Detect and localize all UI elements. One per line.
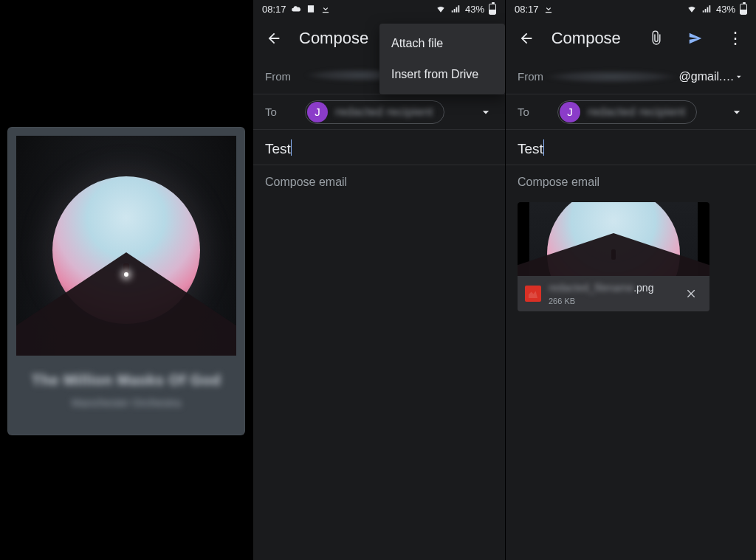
recipient-avatar: J [307,102,328,122]
recipient-chip[interactable]: J redacted recipient [557,100,697,124]
app-bar: Compose ⋮ [506,18,756,59]
menu-insert-from-drive[interactable]: Insert from Drive [379,59,505,90]
paperclip-icon [648,30,664,46]
subject-input[interactable]: Test [265,141,291,156]
to-label: To [518,106,557,118]
send-button[interactable] [681,24,711,53]
back-button[interactable] [259,24,289,53]
from-label: From [518,70,545,83]
from-address-blurred [545,70,678,83]
body-placeholder[interactable]: Compose email [506,165,756,199]
attach-button[interactable] [642,24,671,53]
recipient-chip[interactable]: J redacted recipient [305,100,444,124]
status-battery-text: 43% [465,4,484,15]
image-icon [306,4,316,14]
from-address-suffix: @gmail.… [679,70,735,83]
battery-icon [740,3,747,15]
menu-attach-file[interactable]: Attach file [379,28,505,59]
to-row[interactable]: To J redacted recipient [506,94,756,130]
signal-icon [450,4,461,14]
chevron-down-icon[interactable] [478,105,493,120]
arrow-left-icon [266,30,282,46]
wifi-icon [687,4,697,14]
compose-screen-attach-menu: 08:17 43% Compose From To [252,0,505,560]
compose-screen-with-attachment: 08:17 43% Compose ⋮ [505,0,756,560]
from-label: From [265,70,305,83]
download-icon [543,4,554,14]
from-row[interactable]: From @gmail.… [506,59,756,94]
chevron-down-icon[interactable] [734,69,744,84]
attach-menu: Attach file Insert from Drive [379,24,505,94]
more-vertical-icon: ⋮ [727,30,743,46]
close-icon [686,288,698,300]
attachment-card[interactable]: redacted_filename.png 266 KB [518,202,709,311]
recipient-name-blurred: redacted recipient [588,106,686,119]
album-art [16,136,236,356]
to-row[interactable]: To J redacted recipient [253,94,505,130]
chevron-down-icon[interactable] [729,105,744,120]
subject-input[interactable]: Test [518,141,543,156]
attachment-filename: redacted_filename.png [549,282,674,294]
download-icon [320,4,331,14]
album-artist-blurred: Manchester Orchestra [16,396,236,409]
attachment-size: 266 KB [549,297,674,305]
arrow-left-icon [518,30,535,46]
cloud-icon [291,4,301,14]
status-time: 08:17 [515,4,539,15]
overflow-menu-button[interactable]: ⋮ [721,24,750,53]
remove-attachment-button[interactable] [681,283,702,304]
text-caret [543,139,545,156]
to-label: To [265,106,305,118]
status-bar: 08:17 43% [506,0,756,18]
subject-row[interactable]: Test [253,130,505,165]
recipient-name-blurred: redacted recipient [335,106,433,119]
status-battery-text: 43% [716,4,735,15]
wifi-icon [436,4,446,14]
send-icon [687,30,704,46]
signal-icon [701,4,712,14]
image-file-icon [525,286,541,302]
album-preview-panel: The Million Masks Of God Manchester Orch… [0,0,252,560]
recipient-avatar: J [560,102,580,122]
subject-row[interactable]: Test [506,130,756,165]
text-caret [291,139,292,156]
back-button[interactable] [512,24,541,53]
album-card: The Million Masks Of God Manchester Orch… [7,127,245,435]
page-title: Compose [551,29,621,48]
battery-icon [489,3,496,15]
page-title: Compose [299,29,368,48]
attachment-thumbnail [518,202,709,276]
status-bar: 08:17 43% [253,0,505,18]
body-placeholder[interactable]: Compose email [253,165,505,199]
album-title-blurred: The Million Masks Of God [16,372,236,389]
status-time: 08:17 [262,4,286,15]
